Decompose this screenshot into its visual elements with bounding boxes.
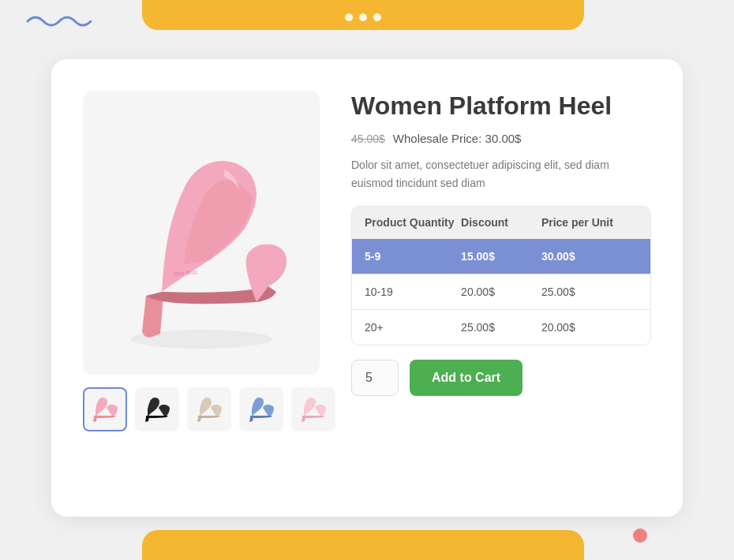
table-row-3[interactable]: 20+ 25.00$ 20.00$ — [352, 309, 650, 345]
thumbnail-1[interactable] — [83, 387, 127, 431]
thumbnail-list — [83, 387, 320, 431]
row1-price: 30.00$ — [541, 250, 638, 263]
row1-discount: 15.00$ — [461, 250, 541, 263]
thumbnail-2[interactable] — [135, 387, 179, 431]
header-discount: Discount — [461, 216, 541, 229]
add-to-cart-button[interactable]: Add to Cart — [410, 360, 522, 396]
table-row-1[interactable]: 5-9 15.00$ 30.00$ — [352, 238, 650, 274]
row3-qty: 20+ — [365, 321, 461, 334]
price-row: 45.00$ Wholesale Price: 30.00$ — [351, 132, 651, 145]
product-title: Women Platform Heel — [351, 91, 651, 121]
pricing-table: Product Quantity Discount Price per Unit… — [351, 206, 651, 345]
top-bar — [142, 0, 584, 30]
row2-discount: 20.00$ — [461, 286, 541, 298]
cart-row: Add to Cart — [351, 360, 651, 396]
row1-qty: 5-9 — [365, 250, 461, 263]
thumbnail-5[interactable] — [291, 387, 335, 431]
quantity-input[interactable] — [351, 360, 399, 396]
top-dot-2 — [359, 13, 367, 21]
left-panel: miu miu — [83, 91, 320, 485]
thumbnail-3[interactable] — [187, 387, 231, 431]
row2-price: 25.00$ — [541, 286, 638, 298]
row3-price: 20.00$ — [541, 321, 638, 334]
right-panel: Women Platform Heel 45.00$ Wholesale Pri… — [351, 91, 651, 485]
thumbnail-4[interactable] — [239, 387, 283, 431]
header-price: Price per Unit — [541, 216, 638, 229]
main-product-image: miu miu — [83, 91, 320, 375]
original-price: 45.00$ — [351, 133, 385, 145]
row3-discount: 25.00$ — [461, 321, 541, 334]
wholesale-price: Wholesale Price: 30.00$ — [393, 132, 522, 145]
shoe-svg: miu miu — [99, 106, 304, 359]
top-dot-1 — [345, 13, 353, 21]
page-wrapper: miu miu — [0, 0, 734, 560]
pink-dot-decoration — [633, 528, 647, 543]
product-description: Dolor sit amet, consectetuer adipiscing … — [351, 156, 651, 192]
row2-qty: 10-19 — [365, 286, 461, 298]
header-qty: Product Quantity — [365, 216, 461, 229]
product-card: miu miu — [51, 59, 683, 517]
squiggle-decoration — [24, 9, 103, 36]
bottom-bar — [142, 530, 584, 560]
svg-text:miu miu: miu miu — [173, 267, 198, 278]
top-dot-3 — [373, 13, 381, 21]
table-row-2[interactable]: 10-19 20.00$ 25.00$ — [352, 274, 650, 309]
table-header: Product Quantity Discount Price per Unit — [352, 207, 650, 238]
